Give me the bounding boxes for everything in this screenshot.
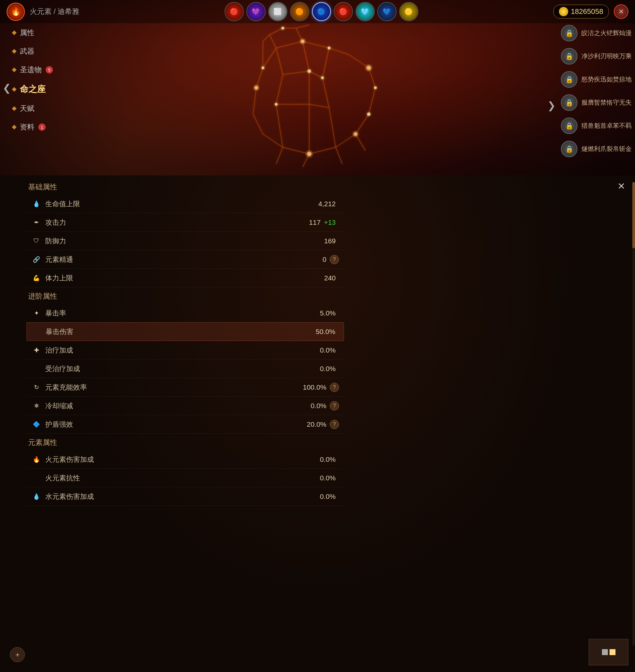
nav-item-圣遗物[interactable]: 圣遗物5	[10, 64, 56, 76]
nav-diamond-icon	[12, 106, 17, 111]
stat-bonus: +13	[324, 218, 336, 227]
top-section: 🔥 火元素 / 迪希雅 🔴💜⬜🟠🔵🔴🩵💙🟡 ● 18265058 ✕ 属性武器圣…	[0, 0, 635, 175]
stat-value-冷却缩减: 0.0%	[310, 402, 326, 410]
lock-icon: 🔒	[561, 118, 577, 134]
game-logo: 🔥	[7, 3, 25, 21]
stat-icon: 💪	[31, 273, 41, 283]
stat-icon: ❄	[31, 401, 41, 411]
char-tab-char-5[interactable]: 🔵	[312, 2, 331, 21]
svg-line-33	[323, 78, 329, 108]
char-tab-char-1[interactable]: 🔴	[224, 2, 244, 21]
stat-name-冷却缩减: 冷却缩减	[45, 401, 310, 411]
add-icon[interactable]: ＋	[10, 647, 25, 662]
nav-label-武器: 武器	[20, 46, 35, 56]
char-tab-char-3[interactable]: ⬜	[268, 2, 287, 21]
svg-line-1	[303, 41, 329, 48]
stat-name-元素充能效率: 元素充能效率	[45, 383, 303, 392]
nav-item-资料[interactable]: 资料1	[10, 121, 56, 133]
elemental-stats-list: 🔥火元素伤害加成0.0%火元素抗性0.0%💧水元素伤害加成0.0%	[26, 450, 344, 506]
svg-line-29	[309, 71, 323, 78]
stat-name-受治疗加成: 受治疗加成	[45, 364, 320, 373]
char-tab-char-7[interactable]: 🩵	[355, 2, 375, 21]
constellation-node-5[interactable]: 🔒猎兽魁首卓苯不羁	[561, 118, 632, 134]
svg-line-30	[283, 71, 309, 75]
stat-help-icon[interactable]: ?	[330, 255, 339, 264]
lock-icon: 🔒	[561, 141, 577, 157]
char-tab-char-8[interactable]: 💙	[377, 2, 397, 21]
svg-line-27	[323, 48, 329, 78]
svg-point-55	[253, 84, 260, 92]
constellation-nodes: 🔒皎洁之火铓辉灿漫🔒净沙利刃明映万乘🔒怒势疾迅如焚掠地🔒服膺暂禁恪守无失🔒猎兽魁…	[561, 25, 632, 157]
stat-help-icon[interactable]: ?	[330, 401, 339, 411]
bottom-left-icons: ＋	[10, 647, 25, 662]
svg-point-47	[275, 103, 278, 106]
stat-row: 🔗元素精通0?	[26, 250, 344, 269]
constellation-area	[66, 20, 552, 169]
stat-row: 🛡防御力169	[26, 232, 344, 250]
constellation-node-4[interactable]: 🔒服膺暂禁恪守无失	[561, 94, 632, 111]
stat-icon: ✒	[31, 217, 41, 227]
stat-value-体力上限: 240	[324, 274, 336, 282]
stats-panel: 基础属性 💧生命值上限4,212✒攻击力117+13🛡防御力169🔗元素精通0?…	[26, 182, 344, 506]
nav-badge: 5	[46, 66, 53, 74]
lock-icon: 🔒	[561, 71, 577, 88]
stat-icon: ↻	[31, 382, 41, 392]
char-tab-char-2[interactable]: 💜	[246, 2, 266, 21]
svg-line-36	[276, 104, 283, 147]
nav-item-天赋[interactable]: 天赋	[10, 102, 56, 115]
advanced-stats-title: 进阶属性	[26, 291, 344, 301]
elemental-stats-title: 元素属性	[26, 438, 344, 447]
stat-name-治疗加成: 治疗加成	[45, 345, 320, 355]
constellation-node-3[interactable]: 🔒怒势疾迅如焚掠地	[561, 71, 632, 88]
svg-point-49	[321, 77, 324, 79]
stat-help-icon[interactable]: ?	[330, 383, 339, 392]
stat-icon: 🛡	[31, 236, 41, 246]
constellation-node-2[interactable]: 🔒净沙利刃明映万乘	[561, 48, 632, 65]
stat-value-元素精通: 0	[323, 256, 326, 264]
nav-item-命之座[interactable]: 命之座	[10, 82, 56, 96]
nav-item-武器[interactable]: 武器	[10, 45, 56, 58]
svg-point-51	[367, 112, 370, 116]
gold-icon: ●	[559, 7, 568, 16]
stat-value-水元素伤害加成: 0.0%	[320, 492, 336, 501]
close-button[interactable]: ✕	[614, 4, 628, 19]
char-tab-char-9[interactable]: 🟡	[399, 2, 418, 21]
node-label-3: 怒势疾迅如焚掠地	[582, 75, 632, 84]
scrollbar-track[interactable]	[632, 182, 635, 646]
svg-line-10	[263, 134, 283, 147]
stat-icon	[32, 327, 42, 337]
svg-line-16	[269, 28, 283, 35]
nav-arrow-left[interactable]: ❮	[3, 82, 11, 94]
nav-arrow-right[interactable]: ❯	[547, 100, 556, 111]
char-tab-char-6[interactable]: 🔴	[334, 2, 353, 21]
stat-row: 受治疗加成0.0%	[26, 359, 344, 378]
stat-icon: 💧	[31, 491, 41, 502]
char-tab-char-4[interactable]: 🟠	[290, 2, 309, 21]
svg-line-20	[263, 35, 269, 41]
advanced-stats-list: ✦暴击率5.0%暴击伤害50.0%✚治疗加成0.0%受治疗加成0.0%↻元素充能…	[26, 304, 344, 434]
stat-name-护盾强效: 护盾强效	[45, 420, 307, 429]
nav-label-圣遗物: 圣遗物	[20, 65, 42, 75]
stat-row: 火元素抗性0.0%	[26, 469, 344, 487]
gold-amount: 18265058	[571, 7, 603, 16]
constellation-node-1[interactable]: 🔒皎洁之火铓辉灿漫	[561, 25, 632, 41]
stat-help-icon[interactable]: ?	[330, 420, 339, 429]
stat-icon	[31, 473, 41, 483]
stat-icon: 🔥	[31, 455, 41, 464]
scrollbar-thumb[interactable]	[632, 182, 635, 248]
stat-row: 🔷护盾强效20.0%?	[26, 415, 344, 434]
stat-value-火元素伤害加成: 0.0%	[320, 456, 336, 463]
nav-diamond-icon	[12, 87, 17, 91]
stat-row: 💧生命值上限4,212	[26, 195, 344, 213]
svg-line-35	[309, 104, 329, 108]
panel-close-button[interactable]: ✕	[614, 179, 628, 193]
constellation-node-6[interactable]: 🔒燧燃利爪裂帛斩金	[561, 141, 632, 157]
nav-diamond-icon	[12, 125, 17, 129]
nav-item-属性[interactable]: 属性	[10, 26, 56, 39]
stat-row: ↻元素充能效率100.0%?	[26, 378, 344, 397]
stat-row: 🔥火元素伤害加成0.0%	[26, 450, 344, 469]
stat-name-元素精通: 元素精通	[45, 255, 323, 264]
stat-name-火元素抗性: 火元素抗性	[45, 474, 320, 483]
header-bar: 🔥 火元素 / 迪希雅 🔴💜⬜🟠🔵🔴🩵💙🟡 ● 18265058 ✕	[0, 0, 635, 23]
breadcrumb: 火元素 / 迪希雅	[30, 7, 79, 17]
